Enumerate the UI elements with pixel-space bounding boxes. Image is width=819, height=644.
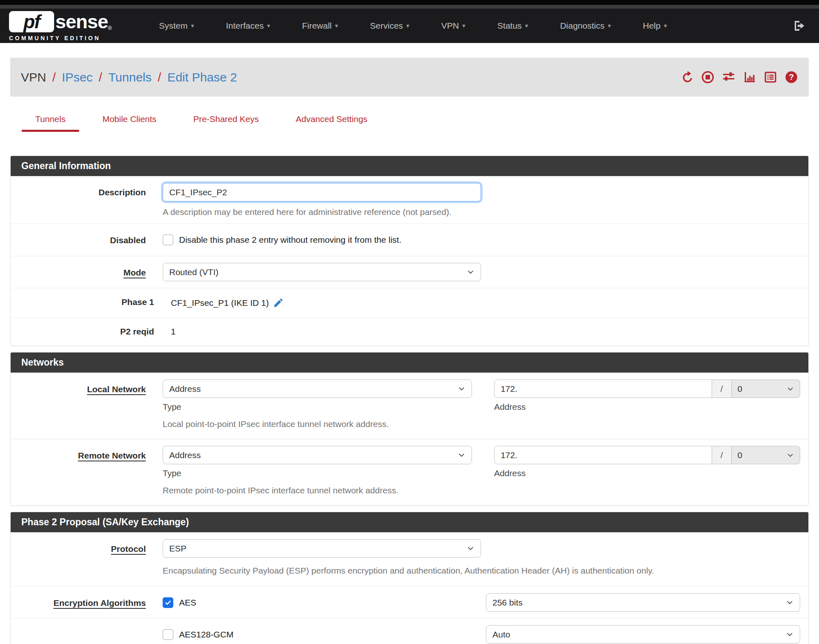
remote-network-row: Remote Network Address Type / bbox=[11, 439, 808, 505]
mode-select-value: Routed (VTI) bbox=[169, 267, 218, 277]
local-network-type-caption: Type bbox=[163, 402, 472, 412]
mode-select[interactable]: Routed (VTI) bbox=[163, 263, 481, 281]
tab-bar: Tunnels Mobile Clients Pre-Shared Keys A… bbox=[10, 109, 809, 132]
pfsense-logo[interactable]: pf sense ® COMMUNITY EDITION bbox=[9, 10, 112, 41]
breadcrumb-link-tunnels[interactable]: Tunnels bbox=[108, 70, 152, 84]
encryption-algorithms-label: Encryption Algorithms bbox=[11, 593, 146, 612]
nav-item-interfaces[interactable]: Interfaces▾ bbox=[226, 21, 270, 31]
local-network-address-input[interactable] bbox=[494, 380, 712, 398]
networks-header: Networks bbox=[11, 353, 808, 373]
disabled-row: Disabled Disable this phase 2 entry with… bbox=[11, 224, 808, 256]
nav-item-label: Status bbox=[497, 21, 522, 31]
caret-down-icon: ▾ bbox=[191, 22, 194, 29]
nav-item-label: System bbox=[159, 21, 188, 31]
aes-checkbox[interactable] bbox=[163, 597, 173, 608]
chevron-down-icon bbox=[786, 599, 794, 606]
phase2-proposal-panel: Phase 2 Proposal (SA/Key Exchange) Proto… bbox=[10, 512, 809, 644]
encryption-aes128gcm-label-spacer bbox=[11, 625, 146, 644]
phase2-proposal-header: Phase 2 Proposal (SA/Key Exchange) bbox=[11, 512, 808, 532]
description-help-text: A description may be entered here for ad… bbox=[163, 207, 800, 217]
stop-icon[interactable] bbox=[701, 70, 715, 84]
top-navbar: pf sense ® COMMUNITY EDITION System▾ Int… bbox=[0, 9, 819, 43]
browser-chrome-strip bbox=[0, 5, 819, 9]
nav-item-services[interactable]: Services▾ bbox=[370, 21, 409, 31]
chevron-down-icon bbox=[467, 268, 474, 276]
pencil-icon[interactable] bbox=[273, 297, 284, 308]
disabled-checkbox[interactable] bbox=[163, 235, 173, 245]
caret-down-icon: ▾ bbox=[267, 22, 270, 29]
nav-item-system[interactable]: System▾ bbox=[159, 21, 194, 31]
networks-panel: Networks Local Network Address Type bbox=[10, 352, 809, 506]
nav-item-help[interactable]: Help▾ bbox=[643, 21, 667, 31]
tab-tunnels[interactable]: Tunnels bbox=[22, 109, 79, 132]
nav-item-label: Interfaces bbox=[226, 21, 263, 31]
remote-network-address-caption: Address bbox=[494, 468, 800, 478]
aes128gcm-checkbox[interactable] bbox=[163, 629, 173, 640]
remote-network-prefix-value: 0 bbox=[737, 450, 742, 460]
p2reqid-value: 1 bbox=[171, 327, 800, 337]
breadcrumb-separator: / bbox=[99, 70, 102, 84]
remote-network-label: Remote Network bbox=[11, 446, 146, 495]
breadcrumb-separator: / bbox=[158, 70, 161, 84]
protocol-select[interactable]: ESP bbox=[163, 539, 481, 558]
breadcrumb: VPN / IPsec / Tunnels / Edit Phase 2 bbox=[21, 70, 237, 84]
tab-advanced-settings[interactable]: Advanced Settings bbox=[282, 109, 381, 132]
log-icon[interactable] bbox=[764, 70, 777, 84]
remote-network-prefix-select[interactable]: 0 bbox=[732, 446, 800, 464]
protocol-label: Protocol bbox=[11, 539, 146, 576]
remote-network-type-value: Address bbox=[169, 450, 201, 460]
nav-item-diagnostics[interactable]: Diagnostics▾ bbox=[560, 21, 611, 31]
breadcrumb-link-edit-phase2[interactable]: Edit Phase 2 bbox=[167, 70, 237, 84]
disabled-label: Disabled bbox=[11, 235, 146, 245]
phase1-row: Phase 1 CF1_IPsec_P1 (IKE ID 1) bbox=[11, 288, 808, 317]
slash-addon: / bbox=[712, 446, 732, 464]
local-network-help-text: Local point-to-point IPsec interface tun… bbox=[163, 419, 800, 429]
nav-item-firewall[interactable]: Firewall▾ bbox=[302, 21, 338, 31]
chevron-down-icon bbox=[467, 545, 474, 552]
page-content: VPN / IPsec / Tunnels / Edit Phase 2 bbox=[0, 58, 819, 644]
general-information-header: General Information bbox=[11, 156, 808, 176]
nav-menu: System▾ Interfaces▾ Firewall▾ Services▾ … bbox=[159, 21, 667, 31]
help-icon[interactable]: ? bbox=[785, 70, 798, 84]
remote-network-help-text: Remote point-to-point IPsec interface tu… bbox=[163, 486, 800, 495]
mode-row: Mode Routed (VTI) bbox=[11, 256, 808, 288]
p2reqid-label: P2 reqid bbox=[19, 327, 154, 337]
local-network-row: Local Network Address Type / bbox=[11, 373, 808, 439]
caret-down-icon: ▾ bbox=[335, 22, 338, 29]
description-row: Description A description may be entered… bbox=[11, 176, 808, 224]
breadcrumb-vpn: VPN bbox=[21, 70, 46, 84]
breadcrumb-action-icons: ? bbox=[680, 70, 798, 84]
pfsense-logo-row: pf sense ® bbox=[9, 10, 112, 33]
nav-item-label: Diagnostics bbox=[560, 21, 605, 31]
tab-pre-shared-keys[interactable]: Pre-Shared Keys bbox=[180, 109, 272, 132]
phase1-value: CF1_IPsec_P1 (IKE ID 1) bbox=[171, 298, 269, 308]
nav-item-label: Services bbox=[370, 21, 403, 31]
community-edition-label: COMMUNITY EDITION bbox=[9, 35, 112, 41]
refresh-icon[interactable] bbox=[680, 70, 694, 84]
breadcrumb-separator: / bbox=[52, 70, 56, 84]
aes-keylength-select[interactable]: 256 bits bbox=[486, 593, 800, 612]
aes128gcm-checkbox-label: AES128-GCM bbox=[179, 630, 234, 639]
tab-mobile-clients[interactable]: Mobile Clients bbox=[89, 109, 170, 132]
aes128gcm-keylength-select[interactable]: Auto bbox=[486, 625, 800, 644]
nav-item-vpn[interactable]: VPN▾ bbox=[441, 21, 465, 31]
protocol-select-value: ESP bbox=[169, 544, 186, 554]
chart-icon[interactable] bbox=[743, 70, 756, 84]
local-network-type-value: Address bbox=[169, 384, 201, 394]
chevron-down-icon bbox=[786, 630, 794, 638]
pfsense-logo-pf-box: pf bbox=[9, 11, 54, 32]
breadcrumb-bar: VPN / IPsec / Tunnels / Edit Phase 2 bbox=[10, 58, 809, 97]
nav-item-status[interactable]: Status▾ bbox=[497, 21, 528, 31]
caret-down-icon: ▾ bbox=[664, 22, 667, 29]
breadcrumb-link-ipsec[interactable]: IPsec bbox=[62, 70, 93, 84]
local-network-type-select[interactable]: Address bbox=[163, 380, 472, 398]
sign-out-icon[interactable] bbox=[793, 19, 806, 32]
local-network-prefix-select[interactable]: 0 bbox=[732, 380, 800, 398]
registered-mark: ® bbox=[108, 25, 112, 31]
remote-network-type-select[interactable]: Address bbox=[163, 446, 472, 464]
svg-text:?: ? bbox=[789, 72, 794, 81]
remote-network-address-input[interactable] bbox=[494, 446, 712, 464]
description-input[interactable] bbox=[163, 183, 481, 201]
local-network-prefix-value: 0 bbox=[737, 384, 742, 394]
sliders-icon[interactable] bbox=[722, 70, 735, 84]
